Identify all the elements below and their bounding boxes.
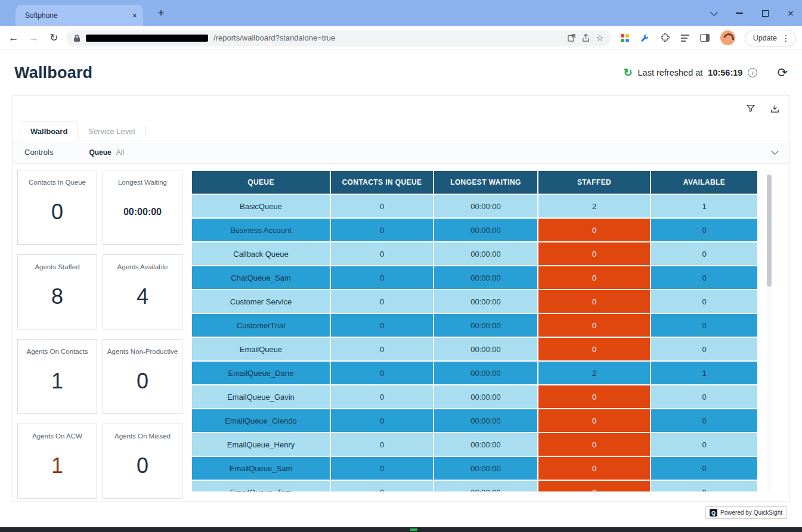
- kpi-card: Agents On Contacts 1: [17, 339, 97, 414]
- col-contacts-in-queue[interactable]: CONTACTS IN QUEUE: [331, 171, 433, 194]
- url-redaction-bar: [86, 35, 208, 42]
- window-maximize-icon[interactable]: [762, 10, 769, 17]
- update-button[interactable]: Update ⋮: [745, 30, 796, 46]
- cell-staffed: 0: [538, 409, 650, 432]
- queue-filter-value[interactable]: All: [116, 148, 124, 157]
- reading-list-icon[interactable]: [681, 35, 689, 42]
- table-scrollbar[interactable]: [767, 170, 772, 491]
- cell-staffed: 0: [538, 266, 650, 289]
- table-row[interactable]: EmailQueue_Glendo 0 00:00:00 0 0: [192, 409, 757, 432]
- colors-extension-icon[interactable]: [621, 34, 629, 42]
- col-staffed[interactable]: STAFFED: [538, 171, 650, 194]
- cell-contacts-in-queue: 0: [331, 457, 433, 480]
- cell-available: 0: [651, 290, 757, 313]
- kpi-card: Agents On ACW 1: [17, 424, 97, 499]
- export-download-icon[interactable]: [770, 104, 780, 114]
- new-tab-button[interactable]: +: [154, 7, 168, 20]
- tab-close-icon[interactable]: ×: [132, 11, 137, 20]
- dashboard-panel: Wallboard Service Level Controls Queue A…: [12, 95, 790, 502]
- info-icon[interactable]: i: [748, 68, 757, 77]
- browser-tab[interactable]: Softphone ×: [16, 5, 143, 26]
- table-row[interactable]: Customer Service 0 00:00:00 0 0: [192, 290, 757, 313]
- cell-contacts-in-queue: 0: [331, 362, 433, 384]
- cell-staffed: 0: [538, 314, 650, 337]
- controls-label: Controls: [24, 148, 53, 157]
- cell-available: 0: [651, 481, 757, 491]
- table-row[interactable]: EmailQueue_Sam 0 00:00:00 0 0: [192, 457, 757, 480]
- window-close-icon[interactable]: ×: [788, 8, 794, 18]
- kpi-label: Agents Non-Productive: [104, 347, 181, 356]
- kpi-value: 0: [137, 440, 148, 498]
- table-row[interactable]: CustomerTrial 0 00:00:00 0 0: [192, 314, 757, 337]
- table-header-row: QUEUE CONTACTS IN QUEUE LONGEST WAITING …: [192, 171, 757, 194]
- cell-queue: BasicQueue: [192, 195, 330, 217]
- taskbar-green-indicator: [410, 528, 417, 531]
- side-panel-icon[interactable]: [700, 34, 710, 42]
- back-icon[interactable]: ←: [6, 32, 21, 44]
- cell-queue: Business Account: [192, 219, 330, 241]
- col-available[interactable]: AVAILABLE: [651, 171, 757, 194]
- cell-available: 1: [651, 362, 757, 384]
- cell-contacts-in-queue: 0: [331, 219, 433, 241]
- cell-queue: EmailQueue_Tom: [192, 481, 330, 491]
- bookmark-star-icon[interactable]: ☆: [596, 33, 603, 43]
- cell-longest-waiting: 00:00:00: [434, 314, 537, 337]
- table-scrollbar-thumb[interactable]: [767, 175, 772, 287]
- quicksight-badge: Q Powered by QuickSight: [705, 506, 786, 519]
- kpi-label: Agents On ACW: [29, 432, 85, 440]
- cell-longest-waiting: 00:00:00: [434, 481, 537, 491]
- open-in-new-icon[interactable]: [567, 33, 576, 42]
- table-row[interactable]: EmailQueue_Gavin 0 00:00:00 0 0: [192, 385, 757, 408]
- profile-avatar[interactable]: [720, 30, 735, 45]
- kpi-value: 8: [51, 271, 63, 329]
- reload-icon[interactable]: ↻: [46, 32, 61, 44]
- controls-collapse-chevron-icon[interactable]: [771, 147, 779, 155]
- table-row[interactable]: Callback Queue 0 00:00:00 0 0: [192, 242, 757, 265]
- queue-table: QUEUE CONTACTS IN QUEUE LONGEST WAITING …: [191, 170, 758, 491]
- table-row[interactable]: Business Account 0 00:00:00 0 0: [192, 219, 757, 241]
- page-title: Wallboard: [14, 64, 92, 82]
- wrench-extension-icon[interactable]: [640, 33, 649, 43]
- cell-contacts-in-queue: 0: [331, 314, 433, 337]
- cell-staffed: 0: [538, 385, 650, 408]
- cell-longest-waiting: 00:00:00: [434, 433, 537, 456]
- cell-available: 0: [651, 457, 757, 480]
- cell-available: 0: [651, 266, 757, 289]
- cell-contacts-in-queue: 0: [331, 481, 433, 491]
- update-button-label: Update: [753, 34, 777, 42]
- last-refreshed-label: Last refreshed at: [638, 68, 703, 77]
- cell-contacts-in-queue: 0: [331, 409, 433, 432]
- table-row[interactable]: ChatQueue_Sam 0 00:00:00 0 0: [192, 266, 757, 289]
- cell-longest-waiting: 00:00:00: [434, 457, 537, 480]
- table-row[interactable]: EmailQueue_Dane 0 00:00:00 2 1: [192, 362, 757, 384]
- kpi-card: Agents Available 4: [103, 254, 182, 329]
- table-row[interactable]: EmailQueue_Tom 0 00:00:00 0 0: [192, 481, 757, 491]
- powered-by-label: Powered by QuickSight: [720, 509, 782, 516]
- col-queue[interactable]: QUEUE: [192, 171, 330, 194]
- window-chevron-icon[interactable]: [710, 8, 718, 16]
- cell-staffed: 2: [538, 195, 650, 217]
- share-icon[interactable]: [581, 33, 590, 42]
- window-minimize-icon[interactable]: [736, 13, 743, 14]
- dashboard-content: Contacts In Queue 0 Longest Waiting 00:0…: [13, 164, 789, 501]
- url-bar[interactable]: /reports/wallboard?standalone=true ☆: [66, 30, 611, 46]
- kpi-card: Agents On Missed 0: [103, 424, 182, 499]
- table-row[interactable]: BasicQueue 0 00:00:00 2 1: [192, 195, 757, 217]
- cell-contacts-in-queue: 0: [331, 338, 433, 360]
- browser-menu-icon[interactable]: ⋮: [782, 33, 790, 43]
- table-row[interactable]: EmailQueue_Henry 0 00:00:00 0 0: [192, 433, 757, 456]
- cell-queue: CustomerTrial: [192, 314, 330, 337]
- cell-staffed: 0: [538, 242, 650, 265]
- tab-wallboard[interactable]: Wallboard: [20, 122, 78, 141]
- col-longest-waiting[interactable]: LONGEST WAITING: [434, 171, 537, 194]
- queue-filter-label[interactable]: Queue: [89, 148, 111, 157]
- kpi-value: 00:00:00: [123, 186, 162, 244]
- manual-refresh-icon[interactable]: ⟳: [777, 66, 788, 80]
- cell-contacts-in-queue: 0: [331, 433, 433, 456]
- tab-service-level[interactable]: Service Level: [78, 122, 145, 141]
- cell-available: 1: [651, 195, 757, 217]
- filter-funnel-icon[interactable]: [746, 104, 755, 113]
- puzzle-extensions-icon[interactable]: [660, 33, 670, 43]
- table-row[interactable]: EmailQueue 0 00:00:00 0 0: [192, 338, 757, 360]
- cell-available: 0: [651, 338, 757, 360]
